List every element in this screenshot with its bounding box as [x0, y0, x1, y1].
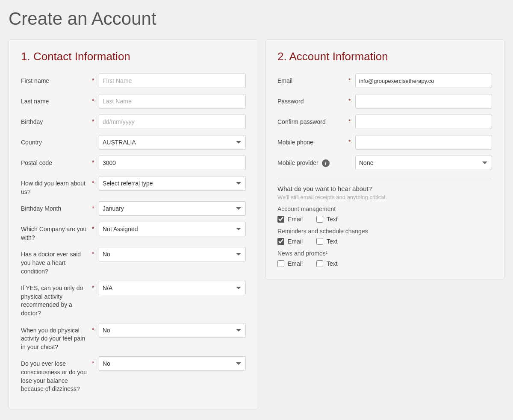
- mobile-phone-required: *: [348, 135, 353, 145]
- chest-pain-label: When you do physical activity do your fe…: [21, 323, 89, 352]
- account-panel-title: 2. Account Information: [277, 50, 492, 63]
- confirm-password-required: *: [348, 115, 353, 125]
- reminders-label: Reminders and schedule changes: [277, 228, 492, 235]
- physical-activity-label: If YES, can you only do physical activit…: [21, 281, 89, 317]
- confirm-password-label: Confirm password: [277, 115, 346, 126]
- mobile-provider-label: Mobile provider i: [277, 156, 346, 167]
- first-name-row: First name *: [21, 73, 246, 89]
- reminders-email-item[interactable]: Email: [277, 238, 303, 245]
- physical-activity-row: If YES, can you only do physical activit…: [21, 281, 246, 317]
- news-promos-text-checkbox[interactable]: [316, 260, 323, 267]
- notifications-subtext: We'll still email receipts and anything …: [277, 194, 492, 200]
- first-name-label: First name: [21, 73, 89, 85]
- country-select[interactable]: AUSTRALIA: [99, 135, 246, 150]
- contact-panel-title: 1. Contact Information: [21, 50, 246, 63]
- news-promos-email-label: Email: [288, 260, 303, 267]
- divider: [277, 178, 492, 178]
- referral-label: How did you learn about us?: [21, 176, 89, 196]
- reminders-email-label: Email: [288, 238, 303, 245]
- password-row: Password *: [277, 94, 492, 109]
- mobile-provider-select[interactable]: None: [355, 156, 492, 170]
- company-label: Which Company are you with?: [21, 222, 89, 242]
- reminders-text-checkbox[interactable]: [316, 238, 323, 245]
- last-name-input[interactable]: [99, 94, 246, 109]
- mobile-provider-info-icon[interactable]: i: [322, 159, 330, 167]
- account-management-text-checkbox[interactable]: [316, 216, 323, 223]
- first-name-required: *: [92, 73, 96, 84]
- company-required: *: [92, 222, 96, 232]
- heart-condition-select[interactable]: No Yes: [99, 247, 246, 261]
- reminders-text-label: Text: [327, 238, 338, 245]
- account-management-text-item[interactable]: Text: [316, 216, 338, 223]
- dizziness-required: *: [92, 356, 96, 367]
- postal-code-input[interactable]: [99, 156, 246, 170]
- reminders-email-checkbox[interactable]: [277, 238, 284, 245]
- heart-condition-required: *: [92, 247, 96, 257]
- password-input[interactable]: [355, 94, 492, 109]
- mobile-provider-row: Mobile provider i * None: [277, 156, 492, 171]
- chest-pain-select[interactable]: No Yes: [99, 323, 246, 338]
- reminders-checkboxes: Email Text: [277, 238, 492, 245]
- confirm-password-input[interactable]: [355, 115, 492, 129]
- dizziness-label: Do you ever lose consciousness or do you…: [21, 356, 89, 393]
- chest-pain-row: When you do physical activity do your fe…: [21, 323, 246, 352]
- email-input[interactable]: [355, 73, 492, 88]
- last-name-required: *: [92, 94, 96, 104]
- birthday-row: Birthday *: [21, 115, 246, 130]
- referral-required: *: [92, 176, 96, 186]
- account-management-text-label: Text: [327, 216, 338, 223]
- news-promos-text-label: Text: [327, 260, 338, 267]
- news-promos-checkboxes: Email Text: [277, 260, 492, 267]
- heart-condition-label: Has a doctor ever said you have a heart …: [21, 247, 89, 276]
- password-label: Password: [277, 94, 346, 105]
- page-title: Create an Account: [9, 9, 504, 29]
- last-name-row: Last name *: [21, 94, 246, 109]
- account-management-label: Account management: [277, 206, 492, 212]
- reminders-text-item[interactable]: Text: [316, 238, 338, 245]
- heart-condition-row: Has a doctor ever said you have a heart …: [21, 247, 246, 276]
- referral-row: How did you learn about us? * Select ref…: [21, 176, 246, 196]
- birthday-month-row: Birthday Month * January: [21, 201, 246, 217]
- confirm-password-row: Confirm password *: [277, 115, 492, 130]
- referral-select[interactable]: Select referral type: [99, 176, 246, 191]
- notifications-section: What do you want to hear about? We'll st…: [277, 185, 492, 267]
- birthday-input[interactable]: [99, 115, 246, 129]
- account-panel: 2. Account Information Email * Password …: [265, 39, 504, 279]
- company-row: Which Company are you with? * Not Assign…: [21, 222, 246, 242]
- news-promos-email-item[interactable]: Email: [277, 260, 303, 267]
- physical-activity-required: *: [92, 281, 96, 291]
- mobile-phone-input[interactable]: [355, 135, 492, 150]
- postal-code-required: *: [92, 156, 96, 166]
- postal-code-row: Postal code *: [21, 156, 246, 171]
- dizziness-select[interactable]: No Yes: [99, 356, 246, 371]
- physical-activity-select[interactable]: N/A Yes No: [99, 281, 246, 295]
- account-management-checkboxes: Email Text: [277, 216, 492, 223]
- notifications-heading: What do you want to hear about?: [277, 185, 492, 192]
- news-promos-email-checkbox[interactable]: [277, 260, 284, 267]
- country-label: Country: [21, 135, 89, 146]
- mobile-phone-row: Mobile phone *: [277, 135, 492, 150]
- birthday-label: Birthday: [21, 115, 89, 126]
- birthday-required: *: [92, 115, 96, 125]
- email-label: Email: [277, 73, 346, 85]
- company-select[interactable]: Not Assigned: [99, 222, 246, 236]
- email-row: Email *: [277, 73, 492, 89]
- email-required: *: [348, 73, 353, 84]
- account-management-email-item[interactable]: Email: [277, 216, 303, 223]
- contact-panel: 1. Contact Information First name * Last…: [9, 39, 258, 409]
- birthday-month-label: Birthday Month: [21, 201, 89, 212]
- news-promos-text-item[interactable]: Text: [316, 260, 338, 267]
- mobile-phone-label: Mobile phone: [277, 135, 346, 146]
- account-management-email-label: Email: [288, 216, 303, 223]
- account-management-email-checkbox[interactable]: [277, 216, 284, 223]
- last-name-label: Last name: [21, 94, 89, 105]
- country-row: Country * AUSTRALIA: [21, 135, 246, 150]
- birthday-month-required: *: [92, 201, 96, 211]
- news-promos-label: News and promos¹: [277, 250, 492, 257]
- form-container: 1. Contact Information First name * Last…: [9, 39, 504, 409]
- birthday-month-select[interactable]: January: [99, 201, 246, 216]
- chest-pain-required: *: [92, 323, 96, 333]
- postal-code-label: Postal code: [21, 156, 89, 167]
- dizziness-row: Do you ever lose consciousness or do you…: [21, 356, 246, 393]
- first-name-input[interactable]: [99, 73, 246, 88]
